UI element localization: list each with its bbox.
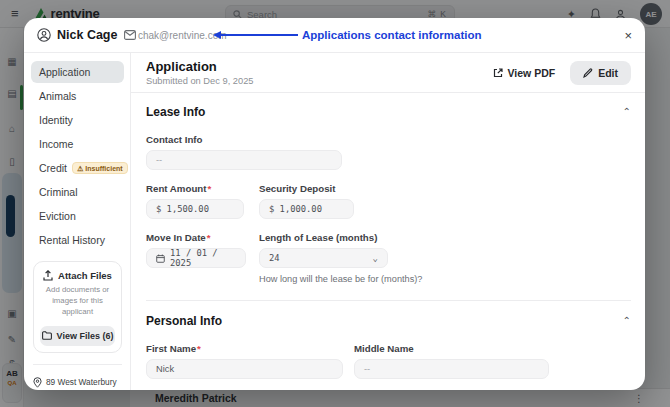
field-label: Contact Info (146, 134, 342, 145)
property-address: 89 West Waterbury Drive Springboro, OH 4… (33, 364, 122, 390)
nav-item-application[interactable]: Application (31, 61, 124, 83)
edit-button[interactable]: Edit (570, 61, 631, 85)
field-label: Security Deposit (259, 183, 354, 194)
movein-length-row: Move In Date* 11 / 01 / 2025 (146, 232, 631, 284)
chevron-down-icon: ⌄ (373, 253, 378, 263)
view-pdf-button[interactable]: View PDF (493, 67, 556, 79)
nav-label: Criminal (39, 186, 78, 198)
move-in-date-input[interactable]: 11 / 01 / 2025 (146, 248, 246, 268)
nav-item-identity[interactable]: Identity (31, 109, 124, 131)
contact-info-input[interactable]: -- (146, 150, 342, 170)
modal-body: Application Animals Identity Income Cred… (24, 53, 645, 390)
field-label: Move In Date* (146, 232, 246, 243)
pencil-icon (583, 68, 593, 78)
field-move-in-date: Move In Date* 11 / 01 / 2025 (146, 232, 246, 284)
nav-label: Credit (39, 162, 67, 174)
name-row: First Name* Nick Middle Name -- (146, 343, 631, 379)
nav-label: Animals (39, 90, 76, 102)
nav-label: Eviction (39, 210, 76, 222)
field-label: Middle Name (354, 343, 549, 354)
security-deposit-input[interactable]: $ 1,000.00 (259, 199, 354, 219)
required-asterisk: * (207, 232, 211, 243)
files-card: Attach Files Add documents or images for… (33, 261, 122, 353)
attach-files-button[interactable]: Attach Files (43, 270, 112, 281)
required-asterisk: * (207, 183, 211, 194)
view-pdf-label: View PDF (508, 67, 556, 79)
field-contact-info: Contact Info -- (146, 134, 342, 170)
location-pin-icon (33, 377, 42, 388)
applicant-name: Nick Cage (57, 28, 117, 42)
page-title: Application (146, 59, 254, 74)
section-title: Lease Info (146, 105, 205, 119)
property-address-text: 89 West Waterbury Drive Springboro, OH 4… (46, 376, 122, 390)
warning-icon: ⚠ (77, 165, 83, 172)
field-middle-name: Middle Name -- (354, 343, 549, 379)
upload-icon (43, 270, 53, 281)
content-header: Application Submitted on Dec 9, 2025 Vie… (131, 53, 645, 93)
close-icon[interactable]: × (624, 29, 632, 42)
view-files-button[interactable]: View Files (6) (40, 326, 115, 346)
field-label: Rent Amount* (146, 183, 244, 194)
personal-info-section-header: Personal Info ⌃ (146, 314, 631, 328)
nav-label: Identity (39, 114, 73, 126)
nav-item-eviction[interactable]: Eviction (31, 205, 124, 227)
nav-item-credit[interactable]: Credit ⚠ Insufficient (31, 157, 124, 179)
nav-label: Income (39, 138, 73, 150)
nav-item-rental-history[interactable]: Rental History (31, 229, 124, 251)
nav-label: Application (39, 66, 90, 78)
attach-files-hint: Add documents or images for this applica… (40, 285, 115, 318)
required-asterisk: * (197, 343, 201, 354)
folder-icon (42, 331, 52, 340)
first-name-input[interactable]: Nick (146, 359, 343, 379)
application-nav: Application Animals Identity Income Cred… (24, 53, 131, 390)
annotation-text: Applications contact information (302, 29, 482, 41)
contact-info-row: Contact Info -- (146, 134, 631, 170)
calendar-icon (156, 254, 165, 263)
collapse-chevron-up-icon[interactable]: ⌃ (623, 316, 631, 326)
section-divider (146, 300, 631, 301)
lease-info-section-header: Lease Info ⌃ (146, 105, 631, 119)
modal-header: Nick Cage chak@rentvine.com Applications… (24, 18, 645, 53)
field-first-name: First Name* Nick (146, 343, 343, 379)
application-form: Lease Info ⌃ Contact Info -- (131, 93, 645, 390)
field-label: Length of Lease (months) (259, 232, 388, 243)
attach-files-label: Attach Files (58, 270, 112, 281)
submitted-date: Submitted on Dec 9, 2025 (146, 76, 254, 86)
nav-item-criminal[interactable]: Criminal (31, 181, 124, 203)
email-icon[interactable] (124, 30, 136, 40)
lease-length-help: How long will the lease be for (months)? (259, 274, 388, 284)
view-files-label: View Files (6) (57, 331, 114, 341)
lease-length-select[interactable]: 24 ⌄ (259, 248, 388, 268)
badge-label: Insufficient (85, 165, 122, 172)
edit-label: Edit (598, 67, 618, 79)
application-content: Application Submitted on Dec 9, 2025 Vie… (131, 53, 645, 390)
rent-deposit-row: Rent Amount* $ 1,500.00 Security Deposit (146, 183, 631, 219)
application-modal: Nick Cage chak@rentvine.com Applications… (24, 18, 645, 390)
annotation-arrow-line (220, 34, 298, 36)
collapse-chevron-up-icon[interactable]: ⌃ (623, 107, 631, 117)
nav-label: Rental History (39, 234, 105, 246)
screen: ≡ rentvine Search ⌘ K ✦ (0, 0, 670, 407)
external-link-icon (493, 68, 503, 78)
field-security-deposit: Security Deposit $ 1,000.00 (259, 183, 354, 219)
insufficient-badge: ⚠ Insufficient (72, 162, 128, 174)
person-circle-icon (37, 28, 51, 42)
section-title: Personal Info (146, 314, 222, 328)
nav-item-income[interactable]: Income (31, 133, 124, 155)
nav-item-animals[interactable]: Animals (31, 85, 124, 107)
field-label: First Name* (146, 343, 343, 354)
rent-amount-input[interactable]: $ 1,500.00 (146, 199, 244, 219)
field-rent-amount: Rent Amount* $ 1,500.00 (146, 183, 244, 219)
field-lease-length: Length of Lease (months) 24 ⌄ How long w… (259, 232, 388, 284)
middle-name-input[interactable]: -- (354, 359, 549, 379)
